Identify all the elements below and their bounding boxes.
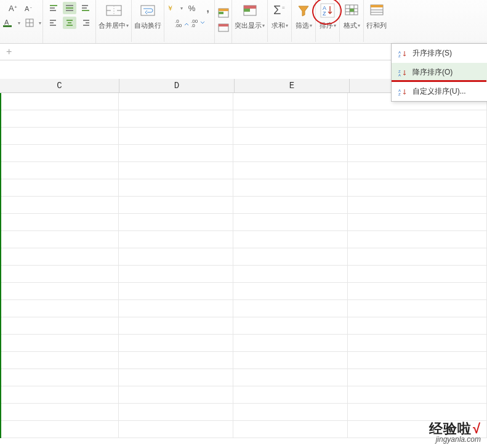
- cell[interactable]: [119, 93, 233, 110]
- cell[interactable]: [348, 145, 487, 161]
- border-icon[interactable]: [23, 17, 36, 29]
- cell[interactable]: [348, 110, 487, 127]
- table-row[interactable]: [0, 214, 487, 231]
- dropdown-arrow-icon[interactable]: ▾: [18, 20, 20, 26]
- cell[interactable]: [348, 300, 487, 317]
- cell[interactable]: [0, 404, 119, 420]
- table-row[interactable]: [0, 231, 487, 248]
- cell[interactable]: [348, 214, 487, 230]
- cell[interactable]: [119, 214, 233, 230]
- cell[interactable]: [233, 283, 348, 299]
- cell[interactable]: [348, 386, 487, 403]
- table-row[interactable]: [0, 300, 487, 317]
- cell[interactable]: [233, 335, 348, 351]
- cell[interactable]: [119, 231, 233, 248]
- cell[interactable]: [348, 317, 487, 334]
- format-button[interactable]: 格式▾: [340, 0, 364, 42]
- cell[interactable]: [233, 145, 348, 161]
- table-row[interactable]: [0, 352, 487, 369]
- cell[interactable]: [0, 162, 119, 179]
- table-row[interactable]: [0, 197, 487, 214]
- cell[interactable]: [233, 266, 348, 282]
- cell[interactable]: [348, 128, 487, 144]
- cell[interactable]: [0, 93, 119, 110]
- cell[interactable]: [0, 231, 119, 248]
- sort-descending-item[interactable]: ZA 降序排序(O): [392, 63, 487, 82]
- cell[interactable]: [348, 266, 487, 282]
- cell[interactable]: [119, 300, 233, 317]
- comma-icon[interactable]: ,: [201, 2, 215, 14]
- cond-format-mini[interactable]: [215, 0, 232, 43]
- spreadsheet-grid[interactable]: [0, 93, 487, 438]
- table-row[interactable]: [0, 386, 487, 404]
- cell[interactable]: [0, 214, 119, 230]
- cell[interactable]: [119, 386, 233, 403]
- cell[interactable]: [348, 335, 487, 351]
- highlight-button[interactable]: 突出显示▾: [232, 0, 268, 42]
- sort-custom-item[interactable]: AZ 自定义排序(U)...: [392, 82, 487, 101]
- cell[interactable]: [119, 404, 233, 420]
- dropdown-arrow-icon[interactable]: ▾: [126, 23, 129, 28]
- cell[interactable]: [119, 421, 233, 438]
- increase-decimal-icon[interactable]: .0.00: [175, 17, 188, 29]
- cell[interactable]: [119, 283, 233, 299]
- cell-style-icon[interactable]: [217, 22, 230, 34]
- cell[interactable]: [0, 110, 119, 127]
- cell[interactable]: [233, 231, 348, 248]
- cell[interactable]: [348, 352, 487, 369]
- dropdown-arrow-icon[interactable]: ▾: [286, 23, 288, 28]
- align-top-icon[interactable]: [47, 2, 60, 14]
- cell[interactable]: [119, 248, 233, 265]
- plus-icon[interactable]: +: [6, 46, 12, 57]
- dropdown-arrow-icon[interactable]: ▾: [334, 23, 336, 28]
- table-row[interactable]: [0, 179, 487, 197]
- cell[interactable]: [233, 248, 348, 265]
- table-row[interactable]: [0, 283, 487, 300]
- dropdown-arrow-icon[interactable]: ▾: [262, 23, 265, 28]
- cell[interactable]: [233, 300, 348, 317]
- cell[interactable]: [0, 197, 119, 213]
- table-row[interactable]: [0, 369, 487, 386]
- cell[interactable]: [348, 283, 487, 299]
- cell[interactable]: [119, 197, 233, 213]
- align-bottom-icon[interactable]: [79, 2, 92, 14]
- cell[interactable]: [233, 214, 348, 230]
- merge-cells-button[interactable]: 合并居中▾: [96, 0, 132, 42]
- cell[interactable]: [119, 317, 233, 334]
- cell[interactable]: [348, 179, 487, 196]
- cell[interactable]: [0, 421, 119, 438]
- cell[interactable]: [0, 352, 119, 369]
- cell[interactable]: [233, 317, 348, 334]
- cell[interactable]: [233, 421, 348, 438]
- cell[interactable]: [233, 110, 348, 127]
- dropdown-arrow-icon[interactable]: ▾: [180, 6, 183, 11]
- cell[interactable]: [348, 197, 487, 213]
- column-header-d[interactable]: D: [119, 79, 235, 92]
- cell[interactable]: [348, 404, 487, 420]
- cell[interactable]: [348, 248, 487, 265]
- cell[interactable]: [233, 179, 348, 196]
- cell[interactable]: [0, 335, 119, 351]
- cell[interactable]: [233, 369, 348, 386]
- cell[interactable]: [0, 300, 119, 317]
- cond-format-icon[interactable]: [217, 7, 230, 19]
- table-row[interactable]: [0, 128, 487, 145]
- decrease-decimal-icon[interactable]: .00.0: [191, 17, 204, 29]
- table-row[interactable]: [0, 162, 487, 179]
- cell[interactable]: [0, 317, 119, 334]
- cell[interactable]: [233, 128, 348, 144]
- cell[interactable]: [119, 110, 233, 127]
- cell[interactable]: [0, 266, 119, 282]
- cell[interactable]: [233, 93, 348, 110]
- align-right-icon[interactable]: [79, 17, 92, 29]
- table-row[interactable]: [0, 266, 487, 283]
- sort-button[interactable]: AZ 排序▾: [316, 0, 340, 42]
- cell[interactable]: [119, 335, 233, 351]
- cell[interactable]: [119, 162, 233, 179]
- align-left-icon[interactable]: [47, 17, 60, 29]
- dropdown-arrow-icon[interactable]: ▾: [39, 20, 41, 26]
- cell[interactable]: [233, 162, 348, 179]
- cell[interactable]: [0, 283, 119, 299]
- cell[interactable]: [0, 369, 119, 386]
- table-row[interactable]: [0, 335, 487, 352]
